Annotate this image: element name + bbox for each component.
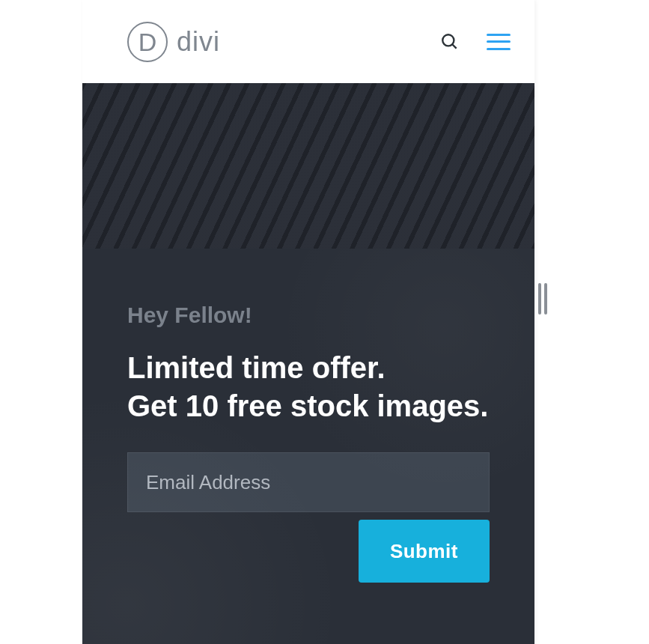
hero-pattern bbox=[82, 83, 534, 249]
submit-row: Submit bbox=[127, 520, 490, 583]
site-header: D divi bbox=[82, 0, 534, 83]
offer-section: Hey Fellow! Limited time offer. Get 10 f… bbox=[82, 249, 534, 644]
offer-title-line2: Get 10 free stock images. bbox=[127, 389, 488, 422]
offer-title: Limited time offer. Get 10 free stock im… bbox=[127, 349, 490, 425]
site-logo[interactable]: D divi bbox=[127, 22, 440, 62]
email-field[interactable] bbox=[127, 452, 490, 512]
offer-eyebrow: Hey Fellow! bbox=[127, 303, 490, 328]
mobile-viewport: D divi Hey Fellow! Limited ti bbox=[82, 0, 534, 644]
logo-letter: D bbox=[138, 29, 157, 55]
menu-icon[interactable] bbox=[487, 34, 511, 50]
submit-button[interactable]: Submit bbox=[359, 520, 490, 583]
logo-mark-icon: D bbox=[127, 22, 168, 62]
svg-point-0 bbox=[442, 34, 454, 46]
offer-title-line1: Limited time offer. bbox=[127, 351, 386, 384]
page-root: D divi Hey Fellow! Limited ti bbox=[0, 0, 649, 644]
logo-text: divi bbox=[177, 26, 220, 58]
search-icon[interactable] bbox=[440, 32, 460, 52]
viewport-resize-handle[interactable] bbox=[538, 283, 549, 315]
header-actions bbox=[440, 32, 511, 52]
svg-line-1 bbox=[452, 44, 456, 48]
